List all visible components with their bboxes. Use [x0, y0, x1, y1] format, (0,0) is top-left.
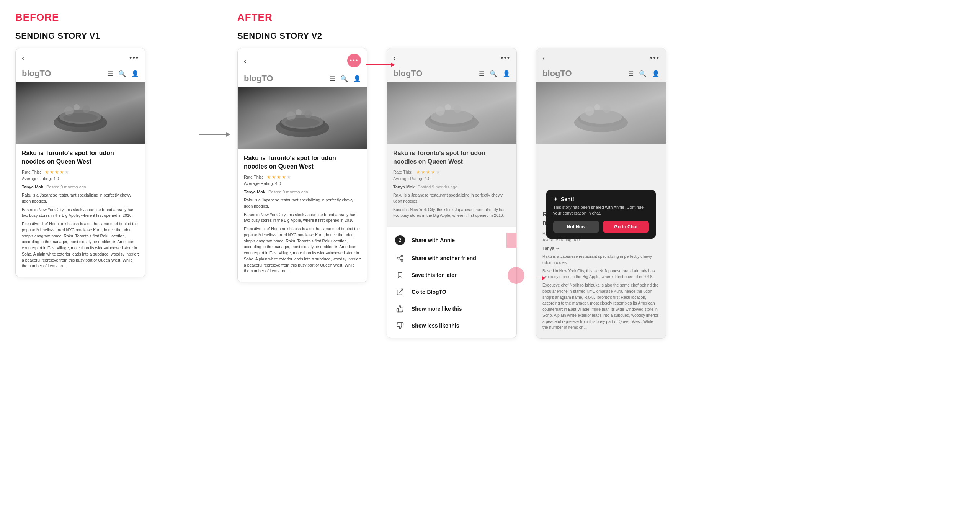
- annie-highlight-circle: [508, 267, 524, 284]
- star4: ★: [60, 169, 64, 175]
- blogto-header-v2: blogTO ☰ 🔍 👤: [238, 71, 367, 87]
- article-content-v1: Raku is Toronto's spot for udon noodles …: [16, 144, 145, 277]
- after-panels: ‹ ••• blogTO ☰ 🔍 👤: [237, 48, 965, 339]
- menu-item-go-blogto[interactable]: Go to BlogTO: [387, 283, 516, 300]
- menu-icon-v2[interactable]: ☰: [330, 75, 335, 82]
- svg-line-23: [399, 259, 401, 260]
- more-dots-v3[interactable]: •••: [501, 54, 510, 62]
- star1: ★: [45, 169, 49, 175]
- search-icon-v1[interactable]: 🔍: [118, 70, 126, 77]
- go-blogto-label: Go to BlogTO: [412, 289, 446, 295]
- rate-label-v1: Rate This:: [22, 170, 41, 174]
- svg-point-4: [74, 104, 80, 110]
- phone-frame-v1: ‹ ••• blogTO ☰ 🔍 👤: [15, 48, 145, 277]
- show-less-label: Show less like this: [412, 323, 459, 329]
- sent-toast: ✈ Sent! This story has been shared with …: [546, 190, 656, 239]
- menu-item-save-later[interactable]: Save this for later: [387, 267, 516, 283]
- stars-v2: ★ ★ ★ ★ ★: [267, 174, 291, 180]
- svg-point-11: [296, 109, 302, 115]
- profile-icon-v3[interactable]: 👤: [503, 70, 510, 77]
- food-illustration-v2: [268, 95, 337, 141]
- menu-item-share-friend[interactable]: Share with another friend: [387, 250, 516, 267]
- svg-point-30: [594, 104, 600, 110]
- menu-arrow-connector: [524, 276, 546, 280]
- menu-item-share-annie[interactable]: 2 Share with Annie: [387, 231, 516, 250]
- back-button-v3[interactable]: ‹: [393, 54, 396, 62]
- blogto-logo-v1: blogTO: [22, 69, 51, 79]
- avg-rating-v1: Average Rating: 4.0: [22, 176, 139, 181]
- thumbup-icon: [396, 305, 404, 313]
- avg-rating-v2: Average Rating: 4.0: [244, 181, 361, 186]
- profile-icon-v1[interactable]: 👤: [131, 70, 139, 77]
- profile-icon-v2[interactable]: 👤: [353, 75, 361, 82]
- svg-point-22: [401, 260, 403, 262]
- not-now-button[interactable]: Not Now: [553, 221, 599, 233]
- article-text3-v2: Executive chef Norihiro Ishizuka is also…: [244, 226, 361, 274]
- back-button-v4[interactable]: ‹: [542, 54, 545, 62]
- article-image-v1: [16, 82, 145, 144]
- search-icon-v4[interactable]: 🔍: [639, 70, 647, 77]
- rate-label-v2: Rate This:: [244, 175, 263, 179]
- blogto-logo-v2: blogTO: [244, 74, 273, 84]
- food-illustration-v4: [567, 90, 635, 136]
- svg-point-19: [454, 105, 461, 113]
- profile-icon-v4[interactable]: 👤: [652, 70, 660, 77]
- bookmark-icon: [397, 271, 403, 279]
- go-to-chat-button[interactable]: Go to Chat: [603, 221, 649, 233]
- svg-point-6: [63, 113, 98, 122]
- phone-v4-wrapper: ‹ ••• blogTO ☰ 🔍 👤: [536, 48, 666, 339]
- svg-point-31: [603, 105, 611, 113]
- stars-v3: ★ ★ ★ ★ ★: [416, 169, 440, 175]
- article-image-v4: [536, 82, 666, 144]
- svg-point-13: [285, 118, 320, 127]
- more-dots-v1[interactable]: •••: [129, 54, 139, 62]
- author-v2: Tanya Mok: [244, 190, 265, 194]
- article-text1-v1: Raku is a Japanese restaurant specializi…: [22, 192, 139, 205]
- context-menu-v3: 2 Share with Annie: [387, 226, 516, 338]
- blogto-logo-v4: blogTO: [542, 69, 572, 79]
- sending-v1-label: SENDING STORY V1: [15, 31, 191, 41]
- more-dots-v2-pink[interactable]: •••: [347, 54, 361, 67]
- back-button-v1[interactable]: ‹: [22, 54, 24, 62]
- phone-topbar-v2: ‹ •••: [238, 48, 367, 71]
- menu-icon-v4[interactable]: ☰: [628, 70, 634, 77]
- dots-arrow-connector: [366, 62, 395, 67]
- blogto-logo-v3: blogTO: [393, 69, 423, 79]
- back-button-v2[interactable]: ‹: [244, 56, 247, 65]
- food-illustration-v1: [46, 90, 115, 136]
- menu-item-show-more[interactable]: Show more like this: [387, 300, 516, 317]
- thumbdown-icon: [396, 322, 404, 329]
- stars-v1: ★ ★ ★ ★ ★: [45, 169, 69, 175]
- search-icon-v3[interactable]: 🔍: [490, 70, 497, 77]
- menu-icon-v3[interactable]: ☰: [479, 70, 484, 77]
- blogto-header-v4: blogTO ☰ 🔍 👤: [536, 66, 666, 82]
- arrow-line: [199, 134, 230, 135]
- posted-v1: Posted 9 months ago: [46, 185, 86, 189]
- svg-point-20: [401, 255, 403, 257]
- search-icon-v2[interactable]: 🔍: [340, 75, 348, 82]
- sent-toast-title-text: Sent!: [561, 196, 574, 202]
- menu-icon-v1[interactable]: ☰: [108, 70, 113, 77]
- svg-point-29: [585, 106, 594, 116]
- phone-topbar-v4: ‹ •••: [536, 48, 666, 66]
- sent-toast-message: This story has been shared with Annie. C…: [553, 205, 649, 216]
- article-title-v3: Raku is Toronto's spot for udon noodles …: [393, 149, 510, 165]
- svg-point-17: [436, 106, 445, 116]
- svg-line-25: [399, 289, 403, 293]
- menu-item-show-less[interactable]: Show less like this: [387, 317, 516, 334]
- share-icon: [396, 254, 404, 262]
- share-annie-label: Share with Annie: [412, 237, 455, 243]
- star3: ★: [55, 169, 59, 175]
- article-content-v2: Raku is Toronto's spot for udon noodles …: [238, 149, 367, 282]
- blogto-header-v1: blogTO ☰ 🔍 👤: [16, 66, 145, 82]
- svg-point-21: [397, 257, 399, 259]
- article-text2-v2: Based in New York City, this sleek Japan…: [244, 212, 361, 224]
- show-more-label: Show more like this: [412, 306, 462, 312]
- star2: ★: [50, 169, 54, 175]
- after-label: AFTER: [237, 11, 965, 23]
- more-dots-v4[interactable]: •••: [650, 54, 660, 62]
- article-text1-v2: Raku is a Japanese restaurant specializi…: [244, 197, 361, 210]
- sent-plane-icon: ✈: [553, 196, 558, 202]
- article-image-v3: [387, 82, 516, 144]
- sending-v2-label: SENDING STORY V2: [237, 31, 965, 41]
